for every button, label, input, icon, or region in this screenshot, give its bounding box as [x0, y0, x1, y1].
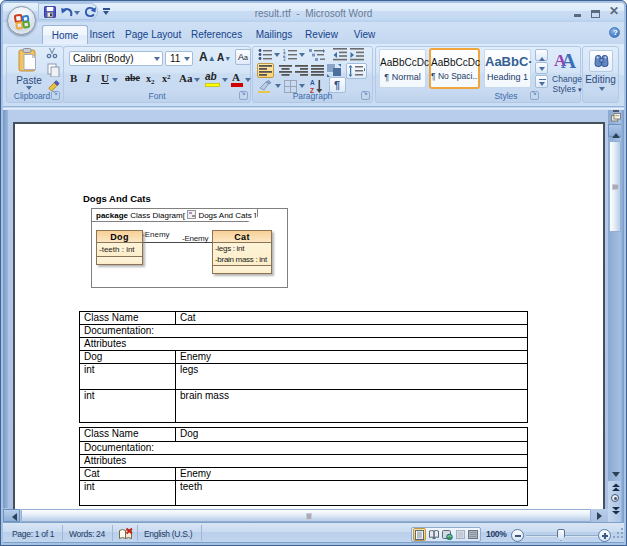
svg-text:A: A [310, 79, 315, 86]
svg-text:3: 3 [283, 57, 286, 61]
svg-text:Z: Z [310, 87, 314, 94]
